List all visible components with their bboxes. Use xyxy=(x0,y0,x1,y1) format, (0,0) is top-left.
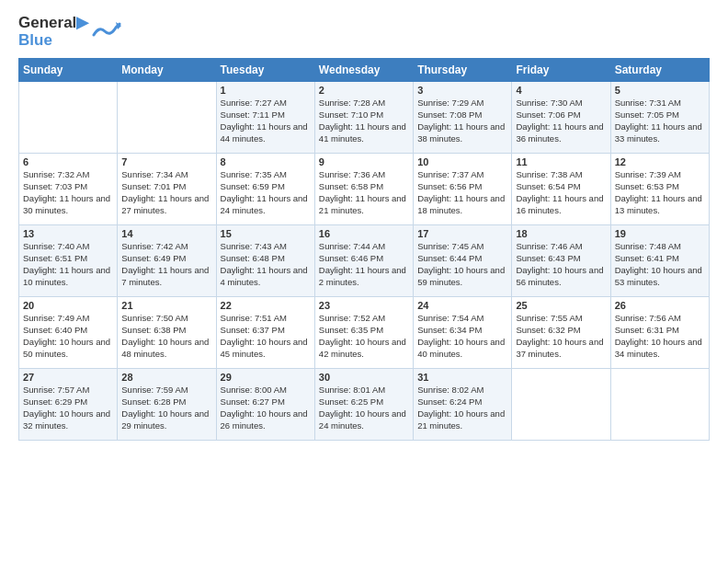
day-cell: 6Sunrise: 7:32 AM Sunset: 7:03 PM Daylig… xyxy=(19,154,118,225)
day-cell: 20Sunrise: 7:49 AM Sunset: 6:40 PM Dayli… xyxy=(19,297,118,369)
day-info: Sunrise: 7:28 AM Sunset: 7:10 PM Dayligh… xyxy=(319,98,409,144)
week-row-4: 27Sunrise: 7:57 AM Sunset: 6:29 PM Dayli… xyxy=(19,369,710,441)
day-cell: 14Sunrise: 7:42 AM Sunset: 6:49 PM Dayli… xyxy=(118,225,216,297)
day-info: Sunrise: 7:42 AM Sunset: 6:49 PM Dayligh… xyxy=(121,241,211,288)
day-cell: 16Sunrise: 7:44 AM Sunset: 6:46 PM Dayli… xyxy=(314,225,413,297)
day-cell: 5Sunrise: 7:31 AM Sunset: 7:05 PM Daylig… xyxy=(610,82,709,154)
day-cell: 26Sunrise: 7:56 AM Sunset: 6:31 PM Dayli… xyxy=(610,297,709,369)
day-cell: 21Sunrise: 7:50 AM Sunset: 6:38 PM Dayli… xyxy=(118,297,216,369)
header-cell-tuesday: Tuesday xyxy=(216,59,314,82)
day-number: 6 xyxy=(23,156,113,167)
day-number: 27 xyxy=(23,372,113,383)
day-cell: 4Sunrise: 7:30 AM Sunset: 7:06 PM Daylig… xyxy=(512,82,610,154)
week-row-2: 13Sunrise: 7:40 AM Sunset: 6:51 PM Dayli… xyxy=(19,225,710,297)
logo-wave-icon xyxy=(92,18,121,42)
day-number: 5 xyxy=(615,85,705,96)
day-number: 8 xyxy=(221,156,311,167)
day-number: 7 xyxy=(121,156,211,167)
day-cell: 23Sunrise: 7:52 AM Sunset: 6:35 PM Dayli… xyxy=(314,297,413,369)
day-info: Sunrise: 7:43 AM Sunset: 6:48 PM Dayligh… xyxy=(221,241,311,288)
day-info: Sunrise: 7:27 AM Sunset: 7:11 PM Dayligh… xyxy=(221,98,311,144)
header-cell-saturday: Saturday xyxy=(610,59,709,82)
day-info: Sunrise: 7:46 AM Sunset: 6:43 PM Dayligh… xyxy=(516,241,606,288)
day-cell: 29Sunrise: 8:00 AM Sunset: 6:27 PM Dayli… xyxy=(216,369,314,441)
day-number: 28 xyxy=(121,372,211,383)
day-info: Sunrise: 8:00 AM Sunset: 6:27 PM Dayligh… xyxy=(221,385,311,431)
day-number: 24 xyxy=(417,300,507,311)
day-number: 10 xyxy=(417,156,507,167)
day-cell: 12Sunrise: 7:39 AM Sunset: 6:53 PM Dayli… xyxy=(610,154,709,225)
day-number: 9 xyxy=(319,156,409,167)
day-info: Sunrise: 7:49 AM Sunset: 6:40 PM Dayligh… xyxy=(23,313,113,360)
day-cell: 8Sunrise: 7:35 AM Sunset: 6:59 PM Daylig… xyxy=(216,154,314,225)
day-cell: 31Sunrise: 8:02 AM Sunset: 6:24 PM Dayli… xyxy=(414,369,512,441)
day-number: 25 xyxy=(516,300,606,311)
day-number: 31 xyxy=(417,372,507,383)
day-number: 26 xyxy=(615,300,705,311)
header-cell-wednesday: Wednesday xyxy=(314,59,413,82)
day-cell: 24Sunrise: 7:54 AM Sunset: 6:34 PM Dayli… xyxy=(414,297,512,369)
day-cell xyxy=(118,82,216,154)
day-info: Sunrise: 7:51 AM Sunset: 6:37 PM Dayligh… xyxy=(221,313,311,360)
day-cell xyxy=(19,82,118,154)
day-info: Sunrise: 7:35 AM Sunset: 6:59 PM Dayligh… xyxy=(221,169,311,216)
day-info: Sunrise: 7:32 AM Sunset: 7:03 PM Dayligh… xyxy=(23,169,113,216)
day-cell: 22Sunrise: 7:51 AM Sunset: 6:37 PM Dayli… xyxy=(216,297,314,369)
day-info: Sunrise: 7:37 AM Sunset: 6:56 PM Dayligh… xyxy=(417,169,507,216)
calendar-table: SundayMondayTuesdayWednesdayThursdayFrid… xyxy=(18,58,710,441)
day-number: 14 xyxy=(121,228,211,239)
header: General▶ Blue xyxy=(18,15,710,49)
day-number: 16 xyxy=(319,228,409,239)
day-number: 30 xyxy=(319,372,409,383)
day-cell: 13Sunrise: 7:40 AM Sunset: 6:51 PM Dayli… xyxy=(19,225,118,297)
calendar-body: 1Sunrise: 7:27 AM Sunset: 7:11 PM Daylig… xyxy=(19,82,710,441)
logo: General▶ Blue xyxy=(18,15,121,49)
calendar-header-row: SundayMondayTuesdayWednesdayThursdayFrid… xyxy=(19,59,710,82)
day-info: Sunrise: 7:34 AM Sunset: 7:01 PM Dayligh… xyxy=(121,169,211,216)
logo-text2: Blue xyxy=(18,32,88,50)
week-row-3: 20Sunrise: 7:49 AM Sunset: 6:40 PM Dayli… xyxy=(19,297,710,369)
day-cell: 15Sunrise: 7:43 AM Sunset: 6:48 PM Dayli… xyxy=(216,225,314,297)
day-number: 11 xyxy=(516,156,606,167)
day-info: Sunrise: 7:50 AM Sunset: 6:38 PM Dayligh… xyxy=(121,313,211,360)
day-info: Sunrise: 7:31 AM Sunset: 7:05 PM Dayligh… xyxy=(615,98,705,144)
day-cell: 28Sunrise: 7:59 AM Sunset: 6:28 PM Dayli… xyxy=(118,369,216,441)
day-info: Sunrise: 7:57 AM Sunset: 6:29 PM Dayligh… xyxy=(23,385,113,431)
day-info: Sunrise: 7:29 AM Sunset: 7:08 PM Dayligh… xyxy=(417,98,507,144)
day-cell: 30Sunrise: 8:01 AM Sunset: 6:25 PM Dayli… xyxy=(314,369,413,441)
header-cell-friday: Friday xyxy=(512,59,610,82)
day-number: 13 xyxy=(23,228,113,239)
day-cell: 19Sunrise: 7:48 AM Sunset: 6:41 PM Dayli… xyxy=(610,225,709,297)
day-number: 23 xyxy=(319,300,409,311)
day-cell: 9Sunrise: 7:36 AM Sunset: 6:58 PM Daylig… xyxy=(314,154,413,225)
day-info: Sunrise: 7:39 AM Sunset: 6:53 PM Dayligh… xyxy=(615,169,705,216)
day-cell: 27Sunrise: 7:57 AM Sunset: 6:29 PM Dayli… xyxy=(19,369,118,441)
header-cell-sunday: Sunday xyxy=(19,59,118,82)
day-info: Sunrise: 7:44 AM Sunset: 6:46 PM Dayligh… xyxy=(319,241,409,288)
day-cell: 17Sunrise: 7:45 AM Sunset: 6:44 PM Dayli… xyxy=(414,225,512,297)
day-number: 29 xyxy=(221,372,311,383)
day-info: Sunrise: 7:30 AM Sunset: 7:06 PM Dayligh… xyxy=(516,98,606,144)
day-info: Sunrise: 7:55 AM Sunset: 6:32 PM Dayligh… xyxy=(516,313,606,360)
logo-text: General▶ xyxy=(18,15,88,32)
day-cell: 10Sunrise: 7:37 AM Sunset: 6:56 PM Dayli… xyxy=(414,154,512,225)
day-info: Sunrise: 8:01 AM Sunset: 6:25 PM Dayligh… xyxy=(319,385,409,431)
day-cell: 2Sunrise: 7:28 AM Sunset: 7:10 PM Daylig… xyxy=(314,82,413,154)
day-number: 12 xyxy=(615,156,705,167)
day-info: Sunrise: 7:52 AM Sunset: 6:35 PM Dayligh… xyxy=(319,313,409,360)
page: General▶ Blue SundayMondayTuesdayWednesd… xyxy=(0,0,728,450)
day-info: Sunrise: 7:38 AM Sunset: 6:54 PM Dayligh… xyxy=(516,169,606,216)
day-info: Sunrise: 7:59 AM Sunset: 6:28 PM Dayligh… xyxy=(121,385,211,431)
day-cell xyxy=(610,369,709,441)
day-number: 4 xyxy=(516,85,606,96)
day-info: Sunrise: 7:45 AM Sunset: 6:44 PM Dayligh… xyxy=(417,241,507,288)
day-number: 2 xyxy=(319,85,409,96)
day-number: 1 xyxy=(221,85,311,96)
day-info: Sunrise: 7:40 AM Sunset: 6:51 PM Dayligh… xyxy=(23,241,113,288)
day-number: 21 xyxy=(121,300,211,311)
day-number: 20 xyxy=(23,300,113,311)
day-number: 15 xyxy=(221,228,311,239)
header-cell-monday: Monday xyxy=(118,59,216,82)
day-info: Sunrise: 7:48 AM Sunset: 6:41 PM Dayligh… xyxy=(615,241,705,288)
day-number: 3 xyxy=(417,85,507,96)
